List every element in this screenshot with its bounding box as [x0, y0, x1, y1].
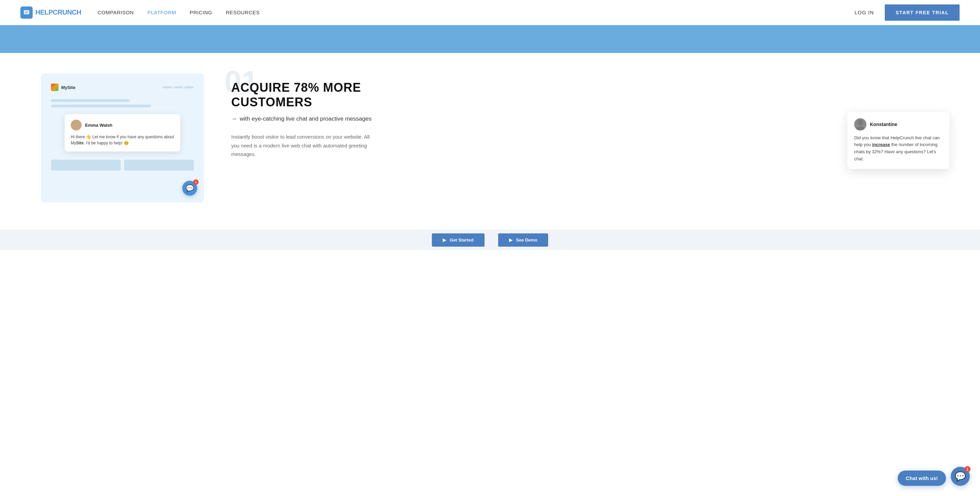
bubble-message: Hi there 👋 Let me know if you have any q… [71, 134, 174, 146]
mockup-line-2 [51, 105, 151, 107]
svg-point-5 [858, 120, 863, 125]
section-title: ACQUIRE 78% MORE CUSTOMERS [231, 80, 939, 109]
logo-icon [21, 6, 33, 19]
bottom-button-2[interactable]: ▶ See Demo [498, 233, 549, 247]
svg-point-6 [856, 127, 865, 130]
mockup-dot-1 [162, 86, 172, 88]
popup-link[interactable]: increase [872, 142, 890, 147]
mockup-dot-2 [173, 86, 183, 88]
svg-rect-1 [25, 11, 28, 12]
chat-badge: 1 [193, 179, 199, 185]
logo-text: HELPCRUNCH [35, 8, 81, 16]
login-link[interactable]: LOG IN [854, 10, 874, 15]
nav-comparison[interactable]: COMPARISON [98, 10, 134, 15]
mockup-chat-bubble: Emma Walsh Hi there 👋 Let me know if you… [65, 114, 180, 152]
arrow-icon: → [231, 116, 237, 122]
nav-links: COMPARISON PLATFORM PRICING RESOURCES [98, 10, 260, 15]
mockup-dot-3 [184, 86, 194, 88]
nav-pricing[interactable]: PRICING [190, 10, 212, 15]
logo[interactable]: HELPCRUNCH [21, 6, 81, 19]
mockup-line-1 [51, 99, 130, 102]
svg-point-3 [74, 121, 78, 126]
mockup-placeholder-lines [51, 99, 194, 107]
bottom-button-1[interactable]: ▶ Get Started [432, 233, 485, 247]
proactive-message-popup: Konstantine Did you know that HelpCrunch… [847, 112, 950, 169]
section-subtitle: → with eye-catching live chat and proact… [231, 116, 939, 122]
mockup-bottom-blocks [51, 160, 194, 171]
chat-icon: 💬 [186, 184, 194, 192]
svg-rect-2 [25, 13, 27, 13]
mockup-block-1 [51, 160, 121, 171]
agent-avatar [71, 120, 82, 130]
popup-message: Did you know that HelpCrunch live chat c… [854, 135, 943, 163]
mockup-site-name: MySite [61, 85, 75, 90]
popup-agent-name: Konstantine [870, 122, 897, 127]
svg-rect-0 [24, 10, 29, 14]
blue-banner [0, 25, 980, 53]
main-section: MySite Emma Walsh [0, 53, 980, 230]
trial-button[interactable]: START FREE TRIAL [885, 5, 959, 21]
mockup-block-2 [124, 160, 194, 171]
agent-name: Emma Walsh [85, 123, 112, 128]
nav-resources[interactable]: RESOURCES [226, 10, 260, 15]
website-mockup: MySite Emma Walsh [41, 73, 204, 203]
section-body: Instantly boost visitor to lead conversi… [231, 133, 374, 158]
mockup-chat-button[interactable]: 💬 1 [182, 181, 197, 196]
nav-platform[interactable]: PLATFORM [147, 10, 176, 15]
bottom-partial: ▶ Get Started ▶ See Demo [0, 230, 980, 250]
content-section: 01 ACQUIRE 78% MORE CUSTOMERS → with eye… [231, 73, 939, 158]
mockup-site-logo [51, 84, 59, 91]
svg-point-4 [72, 127, 80, 130]
popup-agent-avatar [854, 118, 866, 130]
navbar: HELPCRUNCH COMPARISON PLATFORM PRICING R… [0, 0, 980, 25]
